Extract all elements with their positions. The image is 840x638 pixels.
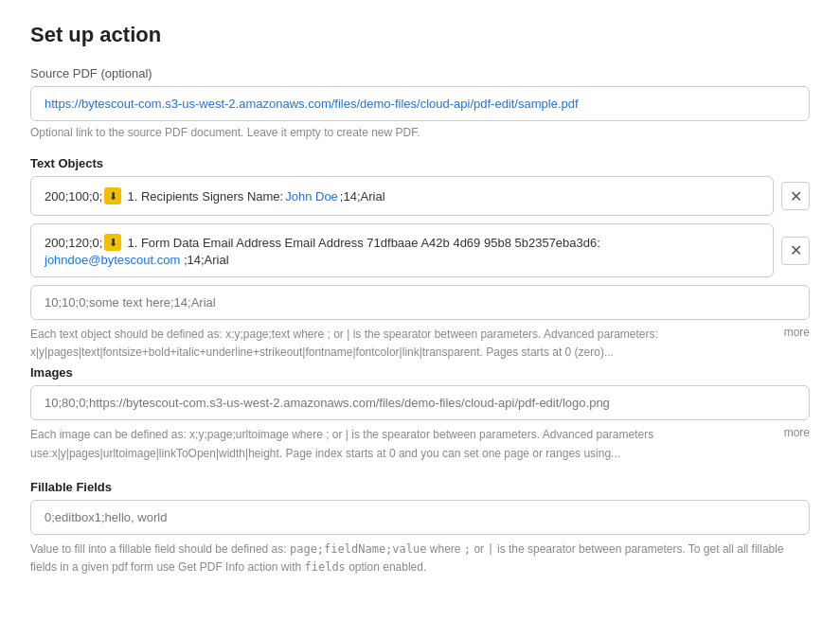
text-obj-2-suffix: ;14;Arial [184,253,229,267]
images-more-link[interactable]: more [784,426,810,439]
images-input[interactable] [30,385,810,420]
ff-desc-code4: fields [304,560,345,574]
text-object-box-1: 200;100;0; ⬇ 1. Recipients Signers Name:… [30,176,774,216]
ff-desc-part5: option enabled. [346,560,426,574]
text-object-box-2: 200;120;0; ⬇ 1. Form Data Email Address … [30,223,774,277]
images-description-text: Each image can be defined as: x;y;page;u… [30,428,653,459]
text-object-row-2: 200;120;0; ⬇ 1. Form Data Email Address … [30,223,810,277]
ff-desc-part3: or [471,542,487,556]
source-pdf-helper: Optional link to the source PDF document… [30,126,810,139]
images-description: Each image can be defined as: x;y;page;u… [30,426,777,462]
images-section: Images Each image can be defined as: x;y… [30,365,810,462]
text-objects-description-text: Each text object should be defined as: x… [30,328,658,359]
text-object-new-input[interactable] [30,285,810,320]
text-objects-more-link[interactable]: more [784,326,810,339]
ff-desc-code1: page;fieldName;value [290,542,427,556]
ff-desc-part1: Value to fill into a fillable field shou… [30,542,290,556]
text-obj-2-line2: johndoe@bytescout.com [45,253,180,267]
text-obj-1-text: 1. Recipients Signers Name: [127,189,283,204]
remove-text-object-2-button[interactable]: ✕ [781,237,810,265]
text-obj-1-highlight: John Doe [285,189,338,204]
remove-text-object-1-button[interactable]: ✕ [781,182,810,210]
ff-desc-part2: where [426,542,463,556]
source-pdf-input[interactable] [30,86,810,121]
fillable-fields-label: Fillable Fields [30,480,810,494]
source-pdf-label: Source PDF (optional) [30,66,810,80]
fillable-fields-description: Value to fill into a fillable field shou… [30,541,810,576]
fillable-fields-input[interactable] [30,500,810,535]
text-objects-label: Text Objects [30,156,810,170]
download-icon-2: ⬇ [104,234,121,251]
text-obj-2-line1: 1. Form Data Email Address Email Address… [127,236,599,250]
text-objects-description-container: Each text object should be defined as: x… [30,326,810,362]
text-object-row-1: 200;100;0; ⬇ 1. Recipients Signers Name:… [30,176,810,216]
text-objects-description: Each text object should be defined as: x… [30,326,777,362]
download-icon-1: ⬇ [104,187,121,204]
ff-desc-code3: | [487,542,493,556]
images-label: Images [30,365,810,380]
source-pdf-section: Source PDF (optional) Optional link to t… [30,66,810,139]
images-description-container: Each image can be defined as: x;y;page;u… [30,426,810,462]
text-objects-section: Text Objects 200;100;0; ⬇ 1. Recipients … [30,156,810,362]
text-obj-2-prefix: 200;120;0; [45,236,102,250]
text-obj-1-suffix: ;14;Arial [340,189,385,204]
text-obj-1-prefix: 200;100;0; [45,189,102,204]
fillable-fields-section: Fillable Fields Value to fill into a fil… [30,480,810,576]
page-title: Set up action [30,23,810,47]
ff-desc-code2: ; [464,542,471,556]
